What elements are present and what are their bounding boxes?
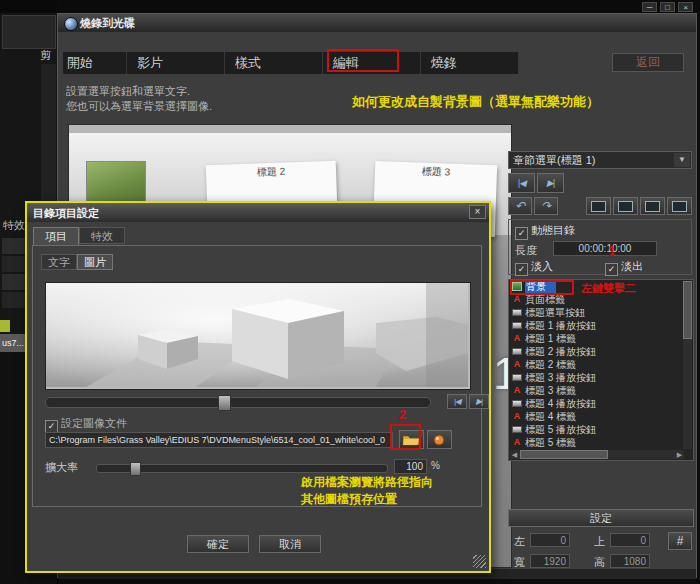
- redo-button[interactable]: [534, 197, 558, 215]
- window-controls: [642, 2, 693, 12]
- subtab-text[interactable]: 文字: [41, 254, 77, 270]
- list-item[interactable]: 標題 1 播放按鈕: [509, 319, 684, 332]
- close-button[interactable]: [678, 2, 693, 12]
- tab-movie[interactable]: 影片: [127, 52, 225, 74]
- subtab-image[interactable]: 圖片: [77, 254, 113, 270]
- maximize-button[interactable]: [660, 2, 675, 12]
- tab-start[interactable]: 開始: [63, 52, 127, 74]
- resize-grip[interactable]: [473, 555, 486, 568]
- tab-item[interactable]: 項目: [33, 227, 79, 245]
- last-frame-button[interactable]: [469, 394, 489, 409]
- scroll-right-icon[interactable]: ▶: [675, 450, 684, 459]
- monitor-view-button[interactable]: [586, 197, 611, 215]
- height-label: 高: [594, 555, 605, 570]
- clip-name: us7...: [2, 338, 24, 348]
- tab-burn[interactable]: 燒錄: [421, 52, 519, 74]
- screen: 剪 特效 us7... 燒錄到光碟 開始 影片 樣式 編輯 燒錄 返: [0, 0, 700, 584]
- fade-out-checkbox[interactable]: 淡出: [605, 259, 643, 276]
- slider-thumb[interactable]: [218, 395, 231, 411]
- prev-icon: [518, 178, 525, 188]
- fade-out-label: 淡出: [621, 260, 643, 272]
- close-icon: [683, 3, 688, 12]
- grid-button[interactable]: [668, 532, 692, 550]
- list-item[interactable]: 標題 4 標籤: [509, 410, 684, 423]
- monitor-view-button[interactable]: [640, 197, 665, 215]
- text-label-icon: [512, 386, 522, 395]
- dialog-titlebar[interactable]: 目錄項目設定: [27, 203, 489, 222]
- checkbox-checked-icon: [515, 263, 528, 276]
- first-frame-button[interactable]: [447, 394, 467, 409]
- list-item[interactable]: 標題 3 標籤: [509, 384, 684, 397]
- height-field[interactable]: 1080: [610, 554, 650, 568]
- chapter-panel: 章節選單(標題 1) 動態目錄 長度 00:00:10:00 淡入: [508, 151, 694, 575]
- settings-button[interactable]: 設定: [508, 509, 694, 527]
- list-item[interactable]: 標題 4 播放按鈕: [509, 397, 684, 410]
- scrollbar-thumb[interactable]: [683, 281, 692, 339]
- set-image-file-checkbox[interactable]: 設定圖像文件: [45, 416, 127, 433]
- list-item[interactable]: 標題 3 播放按鈕: [509, 371, 684, 384]
- list-item-label: 標題 3 標籤: [525, 384, 576, 398]
- list-item[interactable]: 標題 2 標籤: [509, 358, 684, 371]
- scroll-left-icon[interactable]: ◀: [510, 450, 519, 459]
- list-item[interactable]: 標題 5 播放按鈕: [509, 423, 684, 436]
- undo-button[interactable]: [508, 197, 532, 215]
- chevron-down-icon[interactable]: [674, 153, 690, 167]
- image-preview: [45, 282, 471, 390]
- image-path-field[interactable]: C:\Program Files\Grass Valley\EDIUS 7\DV…: [45, 432, 393, 448]
- horizontal-scrollbar[interactable]: ◀ ▶: [510, 450, 684, 459]
- annotation-headline: 如何更改成自製背景圖（選單無配樂功能）: [352, 93, 599, 111]
- next-icon: [476, 397, 482, 406]
- minimize-icon: [647, 3, 653, 12]
- tab-style[interactable]: 樣式: [225, 52, 323, 74]
- chapter-menu-dropdown[interactable]: 章節選單(標題 1): [508, 151, 692, 169]
- monitor-icon: [591, 201, 606, 212]
- monitor-view-button[interactable]: [667, 197, 692, 215]
- vertical-scrollbar[interactable]: [683, 281, 692, 449]
- monitor-view-button[interactable]: [613, 197, 638, 215]
- lens-icon: [430, 433, 449, 447]
- button-icon: [512, 374, 522, 381]
- frame-slider[interactable]: [45, 397, 431, 408]
- dialog-title: 目錄項目設定: [33, 206, 99, 221]
- cancel-button[interactable]: 取消: [259, 535, 321, 553]
- annotation-box-edit-tab: [327, 49, 399, 72]
- width-label: 寬: [514, 555, 525, 570]
- left-field[interactable]: 0: [530, 533, 570, 547]
- scrollbar-thumb[interactable]: [520, 450, 608, 459]
- image-capture-button[interactable]: [427, 430, 452, 449]
- prev-chapter-button[interactable]: [508, 173, 535, 193]
- button-icon: [512, 348, 522, 355]
- list-item[interactable]: 標題 5 標籤: [509, 436, 684, 449]
- fade-in-checkbox[interactable]: 淡入: [515, 259, 553, 276]
- top-field[interactable]: 0: [610, 533, 650, 547]
- list-item-label: 標題 5 標籤: [525, 436, 576, 450]
- close-button[interactable]: [469, 205, 486, 219]
- checkbox-checked-icon: [515, 227, 528, 240]
- wizard-tabs: 開始 影片 樣式 編輯 燒錄: [63, 52, 519, 74]
- list-item-label: 標題選單按鈕: [525, 306, 585, 320]
- width-field[interactable]: 1920: [530, 554, 570, 568]
- next-chapter-button[interactable]: [537, 173, 564, 193]
- dynamic-menu-checkbox[interactable]: 動態目錄: [515, 223, 575, 240]
- fade-in-label: 淡入: [531, 260, 553, 272]
- scale-slider[interactable]: [96, 464, 388, 473]
- length-field[interactable]: 00:00:10:00: [553, 241, 657, 256]
- cubes-preview-image: [46, 283, 468, 387]
- scale-unit: %: [431, 460, 440, 471]
- slider-thumb[interactable]: [130, 462, 141, 476]
- monitor-icon: [645, 201, 660, 212]
- effects-tab-label: 特效: [3, 218, 25, 233]
- list-item-label: 標題 5 播放按鈕: [525, 423, 596, 437]
- minimize-button[interactable]: [642, 2, 657, 12]
- list-item[interactable]: 標題 2 播放按鈕: [509, 345, 684, 358]
- list-item[interactable]: 標題選單按鈕: [509, 306, 684, 319]
- scale-value-field[interactable]: 100: [394, 459, 427, 474]
- list-item[interactable]: 標題 1 標籤: [509, 332, 684, 345]
- disc-icon: [64, 17, 78, 31]
- tab-effect[interactable]: 特效: [79, 227, 125, 244]
- title-card-label: 標題 2: [206, 161, 336, 182]
- dialog-titlebar[interactable]: 燒錄到光碟: [58, 14, 696, 32]
- back-button[interactable]: 返回: [612, 53, 684, 72]
- panel-fragment: [2, 15, 56, 49]
- ok-button[interactable]: 確定: [187, 535, 249, 553]
